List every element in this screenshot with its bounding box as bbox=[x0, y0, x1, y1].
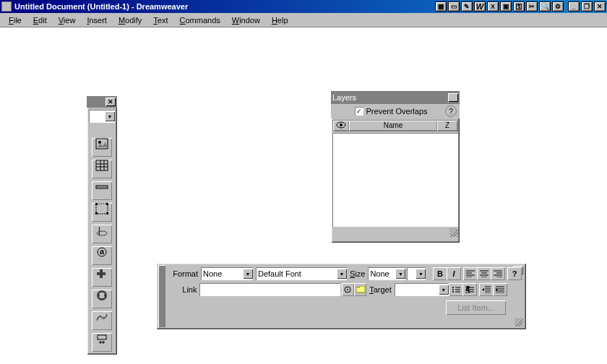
menu-insert[interactable]: Insert bbox=[81, 14, 113, 26]
insert-hr-button[interactable] bbox=[92, 181, 112, 200]
insert-flash-button[interactable] bbox=[92, 290, 112, 308]
italic-button[interactable]: I bbox=[447, 267, 461, 280]
chevron-down-icon: ▼ bbox=[105, 111, 115, 121]
tray-icon[interactable]: ▣ bbox=[500, 1, 512, 12]
svg-rect-11 bbox=[106, 203, 108, 205]
menu-file[interactable]: File bbox=[3, 14, 27, 26]
menu-window[interactable]: Window bbox=[226, 14, 266, 26]
svg-rect-18 bbox=[98, 335, 106, 339]
svg-text:a: a bbox=[100, 247, 105, 256]
title-bar: Untitled Document (Untitled-1) - Dreamwe… bbox=[0, 0, 607, 13]
insert-applet-button[interactable] bbox=[92, 225, 112, 243]
list-item-button[interactable]: List Item... bbox=[446, 300, 506, 315]
tray-icon[interactable]: ✎ bbox=[461, 1, 473, 12]
ordered-list-button[interactable]: 123 bbox=[462, 283, 477, 296]
menu-edit[interactable]: Edit bbox=[27, 14, 53, 26]
point-to-file-icon[interactable] bbox=[342, 283, 354, 296]
close-button[interactable]: ✕ bbox=[594, 1, 606, 12]
layers-header: Name Z bbox=[332, 120, 458, 131]
resize-handle[interactable] bbox=[515, 318, 523, 326]
menu-modify[interactable]: Modify bbox=[113, 14, 147, 26]
indent-button[interactable] bbox=[493, 283, 507, 296]
window-controls: _ ❐ ✕ bbox=[568, 1, 606, 12]
layers-panel-titlebar[interactable]: Layers ✕ bbox=[331, 91, 460, 104]
target-select[interactable]: ▼ bbox=[395, 283, 449, 296]
insert-layer-button[interactable] bbox=[92, 203, 112, 222]
close-icon[interactable]: ✕ bbox=[448, 93, 458, 102]
svg-point-37 bbox=[452, 289, 454, 290]
svg-point-14 bbox=[97, 231, 107, 235]
name-column-header[interactable]: Name bbox=[349, 121, 437, 131]
tray-icon[interactable]: ⚙ bbox=[552, 1, 564, 12]
tray-icon[interactable]: ▭ bbox=[448, 1, 460, 12]
svg-point-39 bbox=[452, 291, 454, 292]
svg-point-34 bbox=[347, 289, 348, 290]
panel-grip[interactable] bbox=[158, 265, 165, 327]
unordered-list-button[interactable] bbox=[449, 283, 463, 296]
chevron-down-icon: ▼ bbox=[337, 269, 347, 279]
size-label: Size bbox=[347, 269, 368, 278]
palette-titlebar[interactable]: ✕ bbox=[87, 96, 117, 108]
font-select[interactable]: Default Font▼ bbox=[256, 267, 347, 280]
svg-point-35 bbox=[452, 287, 454, 288]
insert-image-button[interactable] bbox=[92, 138, 112, 157]
insert-table-button[interactable] bbox=[92, 160, 112, 178]
size-select[interactable]: None▼ bbox=[368, 267, 405, 280]
bold-button[interactable]: B bbox=[433, 267, 447, 280]
align-right-button[interactable] bbox=[491, 267, 505, 280]
tray-icon[interactable]: W bbox=[474, 1, 486, 12]
tray-icon[interactable]: 🔍 bbox=[539, 1, 551, 12]
minimize-button[interactable]: _ bbox=[568, 1, 580, 12]
menu-bar: File Edit View Insert Modify Text Comman… bbox=[0, 13, 607, 27]
workspace[interactable]: ✕ ▼ a Layers ✕ ✓ Prevent Overlaps ? Name bbox=[0, 27, 607, 364]
chevron-down-icon: ▼ bbox=[416, 269, 426, 279]
svg-rect-13 bbox=[106, 212, 108, 214]
visibility-column-icon[interactable] bbox=[333, 121, 349, 131]
svg-text:3: 3 bbox=[465, 287, 470, 293]
svg-rect-12 bbox=[95, 212, 98, 214]
layers-panel-title: Layers bbox=[332, 93, 356, 102]
browse-folder-icon[interactable] bbox=[354, 283, 366, 296]
svg-rect-10 bbox=[95, 203, 98, 205]
svg-point-20 bbox=[340, 124, 343, 126]
insert-activex-button[interactable]: a bbox=[92, 246, 112, 265]
objects-palette: ✕ ▼ a bbox=[87, 96, 117, 355]
close-icon[interactable]: ✕ bbox=[106, 98, 116, 106]
prevent-overlaps-row: ✓ Prevent Overlaps ? bbox=[331, 104, 460, 118]
app-icon bbox=[1, 1, 12, 12]
maximize-button[interactable]: ❐ bbox=[581, 1, 593, 12]
align-left-button[interactable] bbox=[463, 267, 478, 280]
insert-shockwave-button[interactable] bbox=[92, 311, 112, 330]
align-center-button[interactable] bbox=[477, 267, 491, 280]
tray-icon[interactable]: ▦ bbox=[435, 1, 447, 12]
tray-icon[interactable]: ✂ bbox=[526, 1, 538, 12]
target-label: Target bbox=[366, 285, 395, 294]
menu-help[interactable]: Help bbox=[266, 14, 294, 26]
menu-view[interactable]: View bbox=[53, 14, 82, 26]
z-column-header[interactable]: Z bbox=[437, 121, 457, 131]
help-icon[interactable]: ? bbox=[445, 105, 457, 117]
insert-ssi-button[interactable] bbox=[92, 333, 112, 352]
properties-panel: ✕ Format None▼ Default Font▼ Size None▼ … bbox=[156, 263, 526, 329]
link-input[interactable] bbox=[199, 283, 340, 296]
tray-icon[interactable]: ⚿ bbox=[513, 1, 525, 12]
menu-commands[interactable]: Commands bbox=[174, 14, 226, 26]
tray-icon[interactable]: X bbox=[487, 1, 499, 12]
window-title: Untitled Document (Untitled-1) - Dreamwe… bbox=[14, 2, 435, 11]
menu-text[interactable]: Text bbox=[147, 14, 173, 26]
svg-rect-2 bbox=[96, 160, 108, 170]
chevron-down-icon: ▼ bbox=[439, 285, 449, 295]
size-unit-select[interactable]: ▼ bbox=[407, 267, 426, 280]
insert-plugin-button[interactable] bbox=[92, 268, 112, 287]
prevent-overlaps-checkbox[interactable]: ✓ bbox=[355, 107, 363, 116]
palette-category-select[interactable]: ▼ bbox=[89, 110, 115, 123]
layers-list[interactable] bbox=[332, 133, 458, 227]
system-tray: ▦ ▭ ✎ W X ▣ ⚿ ✂ 🔍 ⚙ bbox=[435, 1, 564, 12]
format-select[interactable]: None▼ bbox=[201, 267, 253, 280]
chevron-down-icon: ▼ bbox=[395, 269, 405, 279]
resize-handle[interactable] bbox=[449, 228, 458, 237]
help-icon[interactable]: ? bbox=[507, 267, 522, 280]
outdent-button[interactable] bbox=[479, 283, 494, 296]
chevron-down-icon: ▼ bbox=[243, 269, 253, 279]
link-label: Link bbox=[169, 285, 199, 294]
